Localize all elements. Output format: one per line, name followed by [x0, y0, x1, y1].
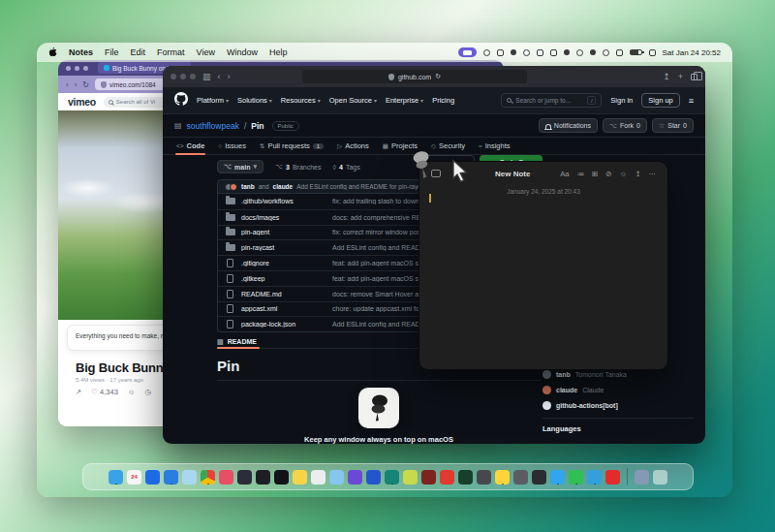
file-name[interactable]: pin-agent: [241, 229, 326, 235]
menubar-menu-item[interactable]: Format: [157, 47, 185, 57]
nav-item-open-source[interactable]: Open Source▾: [329, 96, 377, 105]
apple-menu[interactable]: [48, 47, 57, 59]
github-search-input[interactable]: Search or jump to... /: [501, 93, 602, 108]
format-icon[interactable]: Aa: [560, 170, 569, 178]
traffic-lights[interactable]: [170, 74, 196, 79]
branches-link[interactable]: ⌥3Branches: [275, 163, 322, 171]
collaborate-icon[interactable]: ☺: [620, 170, 628, 178]
dock-darkgreen-app[interactable]: [458, 470, 473, 485]
status-fast-user-switch-icon[interactable]: [649, 49, 656, 56]
commit-author[interactable]: claude: [273, 183, 294, 190]
tab-code[interactable]: <> Code: [170, 138, 210, 154]
refresh-icon[interactable]: ↻: [435, 73, 441, 80]
dock-android-studio[interactable]: [403, 470, 418, 485]
tab-insights[interactable]: ≈ Insights: [473, 138, 515, 154]
note-body[interactable]: [429, 204, 658, 360]
dock-teal-app[interactable]: [385, 470, 399, 485]
menubar-menu-item[interactable]: Edit: [131, 47, 146, 57]
dock-slack[interactable]: [293, 470, 307, 485]
address-bar[interactable]: github.com ↻: [302, 70, 527, 83]
dock-figma[interactable]: [311, 470, 326, 485]
nav-item-solutions[interactable]: Solutions▾: [237, 96, 272, 105]
dock-iterm[interactable]: [274, 470, 289, 485]
file-name[interactable]: docs/images: [241, 214, 326, 221]
nav-item-pricing[interactable]: Pricing▾: [432, 96, 454, 105]
fork-button[interactable]: ⌥Fork0: [603, 118, 647, 133]
back-icon[interactable]: ‹: [218, 72, 221, 81]
forward-icon[interactable]: ›: [75, 80, 78, 89]
nav-item-platform[interactable]: Platform▾: [197, 96, 229, 105]
file-name[interactable]: README.md: [241, 291, 326, 297]
star-button[interactable]: ☆Star0: [652, 118, 694, 133]
status-battery-icon[interactable]: [630, 49, 642, 55]
dock-trash[interactable]: [653, 470, 667, 485]
dock-music[interactable]: [605, 470, 620, 485]
status-clipboard-icon[interactable]: [537, 49, 543, 56]
new-tab-icon[interactable]: +: [678, 72, 683, 81]
file-name[interactable]: appcast.xml: [241, 305, 326, 312]
dock-notes[interactable]: [495, 470, 510, 485]
share-icon[interactable]: ↥: [635, 170, 640, 178]
status-display-icon[interactable]: [511, 49, 516, 55]
tab-overview-icon[interactable]: [691, 74, 698, 80]
dock-keynote[interactable]: [513, 470, 528, 485]
sign-in-link[interactable]: Sign in: [610, 96, 633, 105]
contributor-row[interactable]: github-actions[bot]: [542, 397, 694, 413]
repo-owner-link[interactable]: southflowpeak: [187, 121, 239, 131]
dock-downloads[interactable]: [635, 470, 649, 485]
reaction-icon[interactable]: ☺: [128, 388, 136, 396]
dock-wechat[interactable]: [569, 470, 583, 485]
status-spotlight-icon[interactable]: [576, 49, 583, 56]
status-screenshot-icon[interactable]: [550, 49, 557, 56]
commit-author[interactable]: tanb: [241, 183, 255, 190]
checklist-icon[interactable]: ≔: [576, 170, 584, 178]
dock-telegram[interactable]: [587, 470, 602, 485]
status-camera-icon[interactable]: [564, 49, 570, 55]
status-shortcuts-icon[interactable]: [483, 49, 490, 56]
menubar-menu-item[interactable]: File: [105, 47, 119, 57]
file-name[interactable]: package-lock.json: [241, 321, 326, 328]
refresh-icon[interactable]: ↻: [82, 80, 89, 89]
dock-calendar[interactable]: 24: [127, 470, 141, 485]
dock-vscode[interactable]: [237, 470, 252, 485]
sidebar-icon[interactable]: ▥: [202, 72, 211, 81]
dock-mail[interactable]: [164, 470, 178, 485]
forward-icon[interactable]: ›: [228, 72, 231, 81]
dock-terminal[interactable]: [256, 470, 270, 485]
share-icon[interactable]: ↗: [76, 388, 81, 396]
table-icon[interactable]: ⊞: [592, 170, 598, 178]
tab-pull-requests[interactable]: ⇅ Pull requests 1: [254, 138, 329, 154]
menubar-clock[interactable]: Sat Jan 24 20:52: [663, 48, 722, 57]
dock-gray-app[interactable]: [477, 470, 491, 485]
more-icon[interactable]: ⋯: [649, 170, 657, 178]
contributor-row[interactable]: claude Claude: [542, 382, 694, 397]
menubar-menu-item[interactable]: Window: [227, 47, 258, 57]
nav-item-resources[interactable]: Resources▾: [281, 96, 321, 105]
dock-finder[interactable]: [108, 470, 123, 485]
dock-chrome[interactable]: [201, 470, 215, 485]
dock-red-app[interactable]: [440, 470, 454, 485]
notifications-button[interactable]: Notifications: [539, 118, 598, 133]
status-focus-icon[interactable]: [590, 49, 596, 55]
share-icon[interactable]: ↥: [663, 72, 670, 81]
dock-app-store[interactable]: [145, 470, 160, 485]
file-name[interactable]: .gitignore: [241, 260, 326, 266]
menubar-app-name[interactable]: Notes: [69, 47, 93, 57]
github-logo-icon[interactable]: [174, 92, 188, 110]
status-control-center-icon[interactable]: [616, 49, 623, 56]
nav-item-enterprise[interactable]: Enterprise▾: [386, 96, 423, 105]
tab-issues[interactable]: ○ Issues: [212, 138, 252, 154]
hamburger-icon[interactable]: ≡: [689, 96, 694, 106]
watch-later-icon[interactable]: ◷: [144, 388, 151, 396]
traffic-lights[interactable]: [66, 66, 88, 71]
menubar-menu-item[interactable]: Help: [269, 47, 288, 57]
dock-messages-beta[interactable]: [329, 470, 344, 485]
repo-name-link[interactable]: Pin: [251, 121, 264, 131]
like-button[interactable]: ♡ 4,343: [91, 388, 118, 396]
status-screen-recording-icon[interactable]: [458, 47, 477, 57]
file-name[interactable]: .github/workflows: [241, 198, 326, 204]
dock-maps[interactable]: [182, 470, 197, 485]
sign-up-button[interactable]: Sign up: [641, 93, 679, 108]
tab-actions[interactable]: ▷ Actions: [331, 138, 375, 154]
attachment-icon[interactable]: ⊘: [605, 170, 611, 178]
